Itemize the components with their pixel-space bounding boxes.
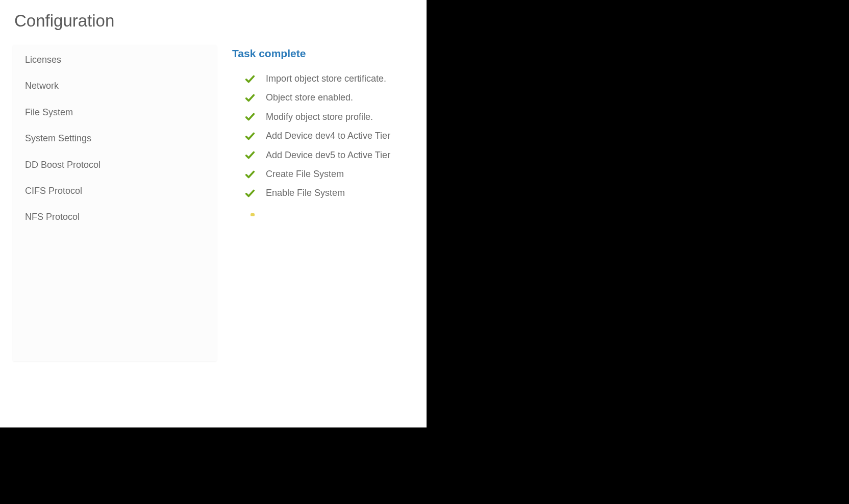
check-icon bbox=[244, 188, 256, 199]
check-icon bbox=[244, 111, 256, 122]
check-icon bbox=[244, 149, 256, 161]
task-label: Create File System bbox=[266, 168, 344, 180]
check-icon bbox=[244, 73, 256, 85]
task-label: Add Device dev4 to Active Tier bbox=[266, 130, 390, 142]
sidebar-item-label: File System bbox=[25, 107, 73, 117]
task-item: Enable File System bbox=[244, 187, 421, 199]
task-label: Enable File System bbox=[266, 187, 345, 199]
sidebar-item-system-settings[interactable]: System Settings bbox=[13, 125, 217, 152]
check-icon bbox=[244, 92, 256, 104]
sidebar-item-dd-boost-protocol[interactable]: DD Boost Protocol bbox=[13, 152, 217, 178]
task-item: Modify object store profile. bbox=[244, 111, 421, 123]
sidebar-item-nfs-protocol[interactable]: NFS Protocol bbox=[13, 204, 217, 230]
pending-indicator-icon bbox=[251, 213, 255, 216]
task-item: Create File System bbox=[244, 168, 421, 180]
sidebar-item-cifs-protocol[interactable]: CIFS Protocol bbox=[13, 178, 217, 204]
right-black-region bbox=[427, 0, 849, 427]
sidebar: Licenses Network File System System Sett… bbox=[13, 45, 217, 361]
task-list: Import object store certificate. Object … bbox=[232, 73, 421, 199]
task-item: Add Device dev5 to Active Tier bbox=[244, 149, 421, 161]
sidebar-item-licenses[interactable]: Licenses bbox=[13, 45, 217, 73]
check-icon bbox=[244, 169, 256, 180]
task-label: Import object store certificate. bbox=[266, 73, 386, 85]
sidebar-item-label: CIFS Protocol bbox=[25, 186, 82, 196]
sidebar-item-label: System Settings bbox=[25, 133, 91, 143]
sidebar-item-label: DD Boost Protocol bbox=[25, 160, 101, 170]
task-item: Import object store certificate. bbox=[244, 73, 421, 85]
task-item: Add Device dev4 to Active Tier bbox=[244, 130, 421, 142]
task-label: Add Device dev5 to Active Tier bbox=[266, 149, 390, 161]
bottom-black-region bbox=[0, 427, 849, 504]
sidebar-item-label: Network bbox=[25, 81, 59, 91]
sidebar-item-file-system[interactable]: File System bbox=[13, 99, 217, 125]
task-label: Modify object store profile. bbox=[266, 111, 373, 123]
sidebar-item-label: Licenses bbox=[25, 55, 61, 65]
task-item: Object store enabled. bbox=[244, 92, 421, 104]
sidebar-item-label: NFS Protocol bbox=[25, 212, 80, 222]
task-complete-heading: Task complete bbox=[232, 47, 421, 60]
main-panel: Task complete Import object store certif… bbox=[232, 47, 421, 207]
check-icon bbox=[244, 131, 256, 142]
task-label: Object store enabled. bbox=[266, 92, 353, 104]
sidebar-item-network[interactable]: Network bbox=[13, 73, 217, 99]
content-area: Configuration Licenses Network File Syst… bbox=[0, 0, 427, 427]
page-title: Configuration bbox=[14, 11, 114, 31]
